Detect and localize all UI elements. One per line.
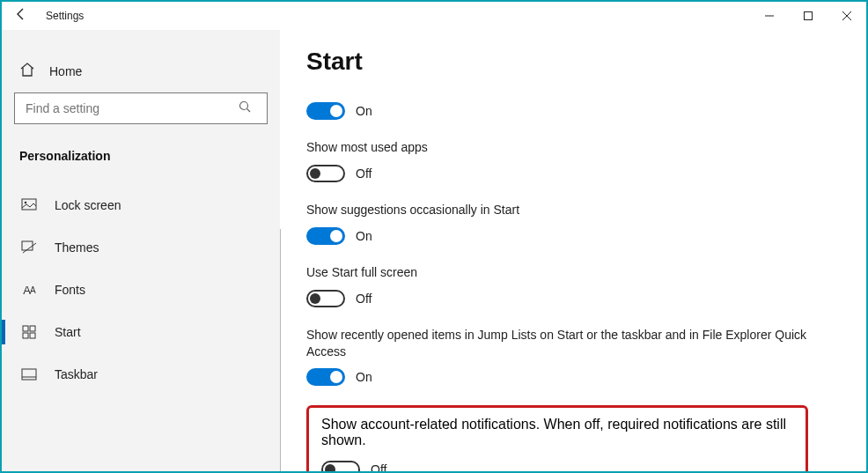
- svg-rect-13: [22, 369, 36, 380]
- maximize-button[interactable]: [789, 2, 828, 30]
- sidebar-item-label: Start: [55, 325, 81, 339]
- setting-suggestions: Show suggestions occasionally in Start O…: [306, 202, 835, 245]
- setting-show-more-tiles: On: [306, 102, 835, 120]
- toggle-state: On: [356, 370, 372, 384]
- setting-label: Use Start full screen: [306, 264, 835, 281]
- toggle-show-more-tiles[interactable]: [306, 102, 345, 120]
- toggle-state: On: [356, 104, 372, 118]
- svg-rect-10: [30, 326, 35, 331]
- sidebar-home[interactable]: Home: [2, 55, 280, 89]
- page-heading: Start: [306, 48, 849, 76]
- picture-icon: [19, 198, 39, 212]
- svg-rect-12: [30, 333, 35, 338]
- home-icon: [19, 62, 35, 80]
- setting-jump-lists: Show recently opened items in Jump Lists…: [306, 327, 835, 387]
- svg-point-4: [240, 102, 248, 110]
- toggle-jump-lists[interactable]: [306, 368, 345, 386]
- sidebar-item-label: Taskbar: [55, 367, 98, 381]
- window-controls: [750, 2, 866, 30]
- search-icon: [235, 100, 254, 116]
- back-button[interactable]: [2, 7, 40, 25]
- toggle-suggestions[interactable]: [306, 227, 345, 245]
- paint-icon: [19, 240, 39, 255]
- sidebar-nav: Lock screen Themes AA Fonts Start Taskba…: [2, 184, 280, 395]
- sidebar-item-label: Themes: [55, 240, 99, 255]
- toggle-state: On: [356, 229, 372, 243]
- toggle-account-notifications[interactable]: [321, 461, 360, 471]
- toggle-state: Off: [356, 292, 371, 306]
- svg-rect-8: [22, 241, 33, 250]
- settings-window: Settings Home Personal: [0, 0, 868, 473]
- svg-rect-11: [23, 333, 28, 338]
- svg-rect-9: [23, 326, 28, 331]
- taskbar-icon: [19, 368, 39, 381]
- search-input[interactable]: [15, 101, 235, 115]
- titlebar: Settings: [2, 2, 866, 30]
- window-title: Settings: [40, 10, 84, 22]
- content-area: Start On Show most used apps Off Show su…: [280, 30, 866, 471]
- setting-label: Show suggestions occasionally in Start: [306, 202, 835, 218]
- sidebar-item-label: Lock screen: [55, 198, 121, 212]
- toggle-most-used-apps[interactable]: [306, 165, 345, 182]
- setting-label: Show most used apps: [306, 139, 835, 156]
- sidebar-home-label: Home: [49, 64, 82, 78]
- sidebar: Home Personalization Lock screen: [2, 30, 280, 471]
- highlighted-setting: Show account-related notifications. When…: [306, 405, 808, 471]
- sidebar-category: Personalization: [2, 142, 280, 184]
- search-box[interactable]: [14, 92, 268, 124]
- svg-point-7: [25, 202, 27, 204]
- svg-rect-1: [805, 12, 813, 20]
- arrow-left-icon: [14, 7, 28, 21]
- sidebar-item-fonts[interactable]: AA Fonts: [2, 269, 280, 311]
- toggle-state: Off: [356, 166, 371, 181]
- fonts-icon: AA: [19, 284, 39, 297]
- sidebar-item-taskbar[interactable]: Taskbar: [2, 353, 280, 395]
- setting-label: Show account-related notifications. When…: [321, 417, 793, 448]
- sidebar-item-start[interactable]: Start: [2, 311, 280, 353]
- sidebar-item-themes[interactable]: Themes: [2, 226, 280, 269]
- toggle-full-screen[interactable]: [306, 290, 345, 307]
- close-button[interactable]: [828, 2, 866, 30]
- sidebar-item-lock-screen[interactable]: Lock screen: [2, 184, 280, 226]
- vertical-divider: [280, 229, 281, 471]
- minimize-button[interactable]: [750, 2, 789, 30]
- svg-line-5: [247, 109, 251, 113]
- toggle-state: Off: [371, 462, 386, 471]
- setting-label: Show recently opened items in Jump Lists…: [306, 327, 835, 360]
- sidebar-item-label: Fonts: [55, 283, 85, 297]
- setting-full-screen: Use Start full screen Off: [306, 264, 835, 307]
- setting-most-used-apps: Show most used apps Off: [306, 139, 835, 182]
- start-icon: [19, 325, 39, 339]
